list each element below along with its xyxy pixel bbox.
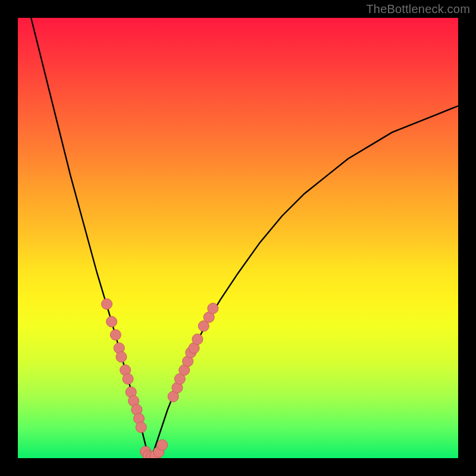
data-marker [192,334,203,345]
data-marker [102,299,112,309]
data-marker [107,317,117,327]
data-marker [123,374,133,384]
bottleneck-curve [31,18,458,458]
data-marker [110,330,121,340]
data-marker [136,422,146,433]
data-marker [208,303,218,314]
data-marker [157,440,168,450]
chart-frame: TheBottleneck.com [0,0,476,476]
data-marker [116,352,127,362]
watermark-text: TheBottleneck.com [366,2,470,16]
chart-overlay [18,18,458,458]
